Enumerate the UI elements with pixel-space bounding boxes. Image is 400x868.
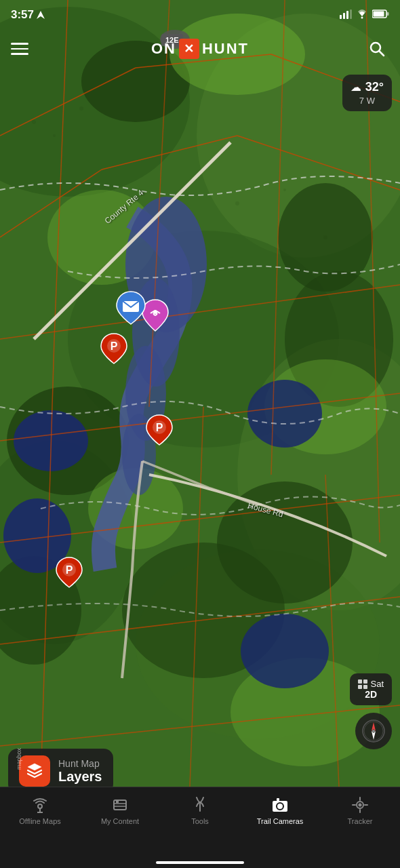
blue-location-pin: [115, 290, 146, 326]
search-icon: [369, 41, 385, 57]
tools-label: Tools: [191, 817, 209, 825]
sat-label: Sat: [370, 679, 384, 689]
nav-offline-maps[interactable]: Offline Maps: [0, 795, 80, 825]
menu-line-3: [11, 53, 28, 55]
tools-icon: [191, 795, 209, 814]
battery-icon: [372, 9, 389, 20]
parking-pin-3: P: [56, 556, 83, 589]
pin-blue-marker[interactable]: [115, 290, 146, 328]
bottom-navigation: Offline Maps My Content Tools: [0, 787, 400, 868]
svg-point-51: [323, 235, 327, 239]
svg-line-62: [379, 51, 384, 56]
layers-main-label: Layers: [58, 769, 102, 785]
pin-parking-2[interactable]: P: [146, 414, 173, 449]
tools-svg: [191, 796, 209, 814]
pin-parking-3[interactable]: P: [56, 556, 83, 591]
layers-stack-icon: [25, 762, 44, 781]
svg-point-91: [284, 802, 286, 804]
svg-point-49: [235, 201, 239, 205]
top-navigation: ON ✕ HUNT: [0, 30, 400, 68]
nav-tracker[interactable]: Tracker: [320, 795, 400, 825]
svg-marker-52: [37, 11, 45, 19]
tracker-label: Tracker: [348, 817, 373, 825]
home-indicator: [156, 861, 244, 864]
svg-text:P: P: [66, 564, 73, 576]
cellular-icon: [340, 9, 352, 19]
map-background[interactable]: [0, 0, 400, 787]
trail-cameras-svg: [271, 797, 289, 813]
svg-rect-59: [387, 12, 389, 16]
app-logo: ON ✕ HUNT: [151, 39, 249, 59]
hunt-map-label: Hunt Map: [58, 758, 102, 769]
svg-point-48: [79, 106, 83, 111]
nav-tools[interactable]: Tools: [160, 795, 240, 825]
svg-point-97: [359, 804, 362, 807]
offline-maps-label: Offline Maps: [19, 817, 61, 825]
parking-pin-2: P: [146, 414, 173, 446]
svg-point-26: [241, 614, 329, 688]
mapbox-attribution: mapbox: [16, 748, 22, 770]
svg-point-46: [32, 120, 36, 124]
my-content-icon: [111, 795, 129, 814]
search-button[interactable]: [365, 37, 389, 61]
svg-rect-86: [116, 800, 119, 803]
weather-temperature: 32°: [365, 80, 384, 94]
svg-rect-71: [358, 679, 362, 684]
svg-rect-53: [340, 15, 342, 19]
svg-text:P: P: [156, 422, 163, 433]
svg-point-89: [279, 805, 282, 808]
svg-rect-73: [358, 685, 362, 689]
svg-text:P: P: [111, 340, 118, 352]
my-content-label: My Content: [101, 817, 139, 825]
status-icons: [340, 9, 389, 21]
pin-parking-1[interactable]: P: [100, 332, 127, 368]
svg-rect-54: [343, 13, 345, 19]
nav-my-content[interactable]: My Content: [80, 795, 160, 825]
offline-maps-svg: [31, 797, 49, 813]
status-time: 3:57: [11, 8, 45, 22]
logo-x-mark: ✕: [179, 39, 199, 59]
weather-cloud-icon: ☁: [351, 81, 361, 94]
grid-icon: [358, 679, 367, 689]
location-arrow-icon: [37, 11, 45, 19]
svg-rect-60: [374, 12, 384, 17]
map-type-button[interactable]: Sat 2D: [350, 673, 392, 705]
svg-point-57: [361, 16, 363, 18]
svg-point-64: [153, 310, 157, 314]
parking-pin-1: P: [100, 332, 127, 365]
signal-icon: [340, 9, 352, 21]
logo-text-on: ON: [151, 40, 176, 58]
status-bar: 3:57: [0, 0, 400, 30]
compass-button[interactable]: [355, 713, 392, 749]
svg-rect-83: [114, 800, 126, 810]
menu-line-2: [11, 48, 28, 50]
svg-point-79: [372, 730, 375, 732]
nav-trail-cameras[interactable]: Trail Cameras: [240, 795, 320, 825]
sat-btn-top: Sat: [358, 679, 384, 689]
wifi-signal-icon: [356, 9, 368, 19]
weather-widget: ☁ 32° 7 W: [342, 75, 392, 111]
compass-icon: [362, 719, 385, 743]
2d-label: 2D: [365, 689, 377, 700]
svg-rect-55: [346, 11, 348, 19]
logo-text-hunt: HUNT: [202, 40, 249, 58]
wifi-icon: [356, 9, 368, 21]
svg-point-50: [283, 189, 286, 191]
trail-cameras-label: Trail Cameras: [257, 817, 304, 825]
battery-level-icon: [372, 9, 389, 18]
layers-icon-background: [19, 755, 50, 787]
svg-rect-90: [277, 798, 279, 801]
my-content-svg: [111, 797, 129, 813]
offline-maps-icon: [31, 795, 49, 814]
svg-point-47: [53, 134, 56, 137]
hunt-layers-text: Hunt Map Layers: [58, 758, 102, 785]
weather-wind: 7 W: [359, 96, 375, 106]
tracker-svg: [351, 796, 369, 814]
tracker-icon: [351, 795, 369, 814]
svg-point-25: [247, 380, 322, 448]
svg-point-80: [38, 804, 42, 808]
menu-line-1: [11, 43, 28, 45]
menu-button[interactable]: [11, 37, 35, 61]
trail-cameras-icon: [271, 795, 289, 814]
svg-rect-56: [350, 9, 352, 19]
